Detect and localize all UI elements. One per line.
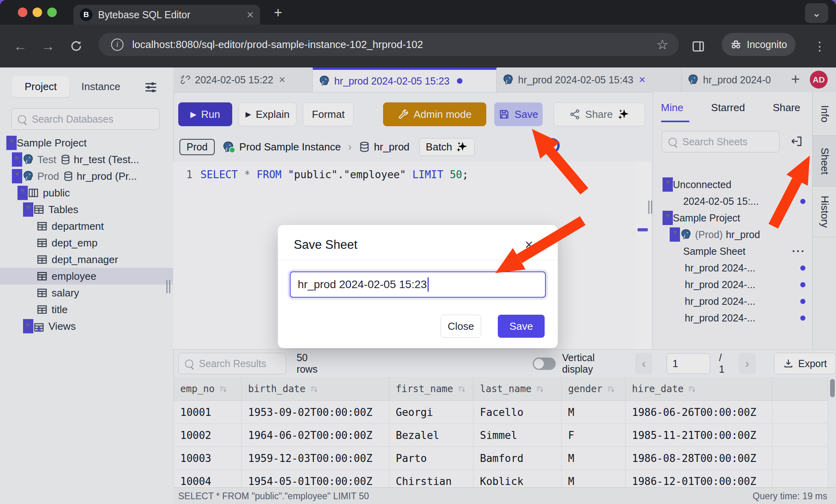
tree-item-table-selected[interactable]: employee — [0, 268, 173, 285]
sheet-group-project[interactable]: ▾ Sample Project — [653, 210, 812, 226]
tab-info[interactable]: Info — [813, 92, 836, 136]
caret-down-icon[interactable]: ▾ — [663, 211, 673, 225]
sort-icon[interactable] — [607, 385, 615, 394]
back-icon[interactable]: ← — [13, 38, 27, 54]
scrollbar-thumb[interactable] — [830, 379, 835, 397]
tab-mine[interactable]: Mine — [661, 102, 683, 114]
address-bar[interactable]: i localhost:8080/sql-editor/prod-sample-… — [98, 33, 679, 56]
sheet-item[interactable]: 2024-02-05 15:... — [653, 193, 812, 210]
close-icon[interactable]: × — [279, 73, 285, 86]
tree-item-views-group[interactable]: ▸ Views — [0, 318, 173, 335]
vertical-display-toggle[interactable] — [533, 358, 556, 370]
table-row[interactable]: 100031959-12-03T00:00:00ZPartoBamfordM19… — [174, 447, 828, 470]
sheet-tab-unconnected[interactable]: 2024-02-05 15:22 × — [173, 67, 313, 92]
tree-item-table[interactable]: salary — [0, 285, 173, 301]
window-zoom-button[interactable] — [47, 8, 57, 17]
sort-icon[interactable] — [219, 385, 227, 394]
sidebar-tab-instance[interactable]: Instance — [81, 76, 120, 97]
save-button[interactable]: Save — [494, 102, 543, 126]
sort-icon[interactable] — [536, 385, 544, 394]
sidebar-resize-handle[interactable] — [166, 280, 171, 293]
export-button[interactable]: Export — [774, 353, 836, 374]
format-button[interactable]: Format — [303, 102, 354, 126]
column-header[interactable]: first_name — [389, 377, 474, 401]
results-search-box[interactable] — [178, 353, 286, 374]
environment-badge[interactable]: Prod — [179, 139, 215, 155]
table-row[interactable]: 100011953-09-02T00:00:00ZGeorgiFacelloM1… — [174, 401, 828, 424]
new-tab-button[interactable]: + — [274, 6, 282, 20]
caret-down-icon[interactable]: ▾ — [6, 136, 17, 150]
sheet-item[interactable]: Sample Sheet ··· — [653, 243, 812, 260]
filter-sliders-icon[interactable] — [144, 80, 158, 94]
table-row[interactable]: 100021964-06-02T00:00:00ZBezalelSimmelF1… — [174, 424, 828, 447]
forward-icon[interactable]: → — [41, 38, 55, 54]
database-search-box[interactable] — [11, 108, 160, 130]
browser-tab[interactable]: B Bytebase SQL Editor × — [73, 5, 260, 25]
reload-icon[interactable] — [70, 40, 83, 52]
sheet-tab[interactable]: hr_prod 2024-0 — [682, 67, 790, 92]
table-row[interactable]: 100041954-05-01T00:00:00ZChirstianKoblic… — [174, 470, 828, 488]
caret-right-icon[interactable]: ▸ — [23, 319, 33, 333]
sort-icon[interactable] — [310, 385, 318, 394]
sheet-item[interactable]: hr_prod 2024-... — [653, 293, 812, 310]
side-panel-icon[interactable] — [692, 40, 705, 53]
caret-down-icon[interactable]: ▾ — [23, 202, 33, 217]
tree-item-table[interactable]: department — [0, 218, 173, 235]
column-header[interactable]: emp_no — [174, 377, 242, 401]
admin-mode-button[interactable]: Admin mode — [383, 102, 486, 126]
sheet-group-database[interactable]: ▾ (Prod) hr_prod — [653, 226, 812, 243]
share-button[interactable]: Share — [554, 102, 645, 126]
sort-icon[interactable] — [457, 385, 466, 394]
sheet-tab-active[interactable]: hr_prod 2024-02-05 15:23 — [313, 67, 497, 92]
sheet-tab[interactable]: hr_prod 2024-02-05 15:43 × — [497, 67, 682, 92]
column-header[interactable]: birth_date — [242, 377, 389, 401]
tree-item-project[interactable]: ▾ Sample Project — [0, 135, 173, 151]
grid-scrollbar[interactable] — [829, 377, 836, 487]
tab-search-chevron-button[interactable]: ⌄ — [805, 3, 828, 23]
user-avatar[interactable]: AD — [810, 71, 828, 88]
prev-page-button[interactable]: ‹ — [635, 353, 652, 374]
browser-menu-icon[interactable]: ⋮ — [814, 39, 826, 53]
tab-share[interactable]: Share — [773, 102, 800, 114]
results-search-input[interactable] — [198, 358, 286, 370]
tree-item-tables-group[interactable]: ▾ Tables — [0, 201, 173, 218]
database-search-input[interactable] — [31, 113, 159, 125]
sort-icon[interactable] — [688, 385, 696, 394]
run-button[interactable]: ▶ Run — [178, 102, 232, 126]
tree-item-table[interactable]: dept_manager — [0, 251, 173, 268]
bookmark-star-icon[interactable]: ☆ — [657, 37, 668, 52]
more-icon[interactable]: ··· — [792, 245, 805, 258]
editor-scrollbar[interactable] — [636, 162, 651, 349]
tree-item-table[interactable]: title — [0, 301, 173, 318]
column-header[interactable]: gender — [562, 377, 626, 401]
sheet-name-input[interactable]: hr_prod 2024-02-05 15:23 — [290, 271, 546, 298]
sheet-search-input[interactable] — [682, 136, 779, 148]
column-header[interactable]: hire_date — [626, 377, 772, 401]
caret-right-icon[interactable]: ▸ — [12, 152, 22, 167]
tree-item-hr-test[interactable]: ▸ Test hr_test (Test... — [0, 151, 173, 168]
tab-sheet[interactable]: Sheet — [813, 136, 836, 187]
tab-history[interactable]: History — [813, 187, 836, 237]
sheet-search-box[interactable] — [662, 131, 780, 152]
tree-item-hr-prod[interactable]: ▾ Prod hr_prod (Pr... — [0, 168, 173, 185]
tab-starred[interactable]: Starred — [711, 102, 745, 114]
batch-button[interactable]: Batch — [419, 138, 475, 156]
window-close-button[interactable] — [18, 8, 27, 17]
sheet-item[interactable]: hr_prod 2024-... — [653, 276, 812, 293]
caret-down-icon[interactable]: ▾ — [663, 177, 673, 192]
window-minimize-button[interactable] — [33, 8, 42, 17]
caret-down-icon[interactable]: ▾ — [17, 186, 28, 200]
tab-close-icon[interactable]: × — [247, 9, 254, 21]
tree-item-schema-public[interactable]: ▾ public — [0, 185, 173, 201]
next-page-button[interactable]: › — [739, 353, 756, 374]
sheet-item[interactable]: hr_prod 2024-... — [653, 310, 812, 326]
caret-down-icon[interactable]: ▾ — [670, 227, 680, 242]
page-input[interactable] — [666, 353, 710, 374]
database-name[interactable]: hr_prod — [374, 141, 410, 153]
close-icon[interactable]: × — [639, 73, 645, 86]
explain-button[interactable]: ▶ Explain — [239, 102, 297, 126]
instance-name[interactable]: Prod Sample Instance — [239, 141, 341, 153]
sidebar-tab-project[interactable]: Project — [12, 76, 69, 97]
sheet-group-unconnected[interactable]: ▾ Unconnected — [653, 176, 812, 193]
add-sheet-icon[interactable]: + — [791, 71, 800, 88]
